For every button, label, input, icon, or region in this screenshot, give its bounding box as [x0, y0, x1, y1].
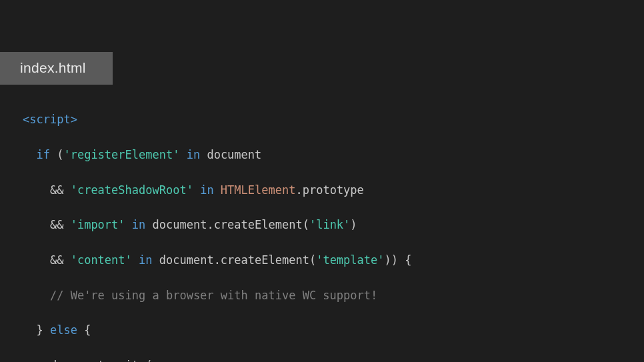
call: document.write(: [50, 359, 153, 362]
paren: (: [50, 148, 63, 161]
kw-in: in: [193, 183, 221, 197]
tab-title: index.html: [20, 60, 86, 75]
string: 'template': [316, 253, 384, 267]
kw-else: else: [50, 323, 77, 337]
file-tab[interactable]: index.html: [0, 52, 113, 85]
string: 'createShadowRoot': [71, 183, 193, 197]
code-line: && 'createShadowRoot' in HTMLElement.pro…: [23, 181, 582, 199]
ident: prototype: [303, 183, 364, 197]
tag-open: <script>: [23, 113, 77, 126]
code-line: if ('registerElement' in document: [23, 146, 582, 163]
kw-in: in: [179, 148, 207, 161]
brace: {: [77, 323, 91, 337]
paren: ): [350, 218, 357, 231]
dot: .: [295, 183, 302, 197]
code-block: <script> if ('registerElement' in docume…: [23, 93, 582, 362]
code-line: document.write(: [23, 357, 582, 362]
string: 'import': [71, 218, 125, 231]
code-line: <script>: [23, 111, 582, 128]
call: document.createElement(: [159, 253, 316, 267]
kw-in: in: [132, 253, 159, 267]
string: 'link': [309, 218, 350, 231]
comment: // We're using a browser with native WC …: [50, 289, 377, 302]
op-and: &&: [50, 253, 71, 267]
op-and: &&: [50, 183, 71, 197]
kw-if: if: [36, 148, 49, 161]
call: document.createElement(: [153, 218, 309, 231]
code-line: } else {: [23, 321, 582, 339]
type: HTMLElement: [221, 183, 296, 197]
paren: )) {: [385, 253, 412, 267]
op-and: &&: [50, 218, 71, 231]
code-line: // We're using a browser with native WC …: [23, 287, 582, 304]
string: 'content': [71, 253, 132, 267]
brace: }: [36, 323, 49, 337]
code-line: && 'content' in document.createElement('…: [23, 251, 582, 269]
ident: document: [207, 148, 261, 161]
string: 'registerElement': [63, 148, 179, 161]
kw-in: in: [125, 218, 153, 231]
code-line: && 'import' in document.createElement('l…: [23, 216, 582, 233]
